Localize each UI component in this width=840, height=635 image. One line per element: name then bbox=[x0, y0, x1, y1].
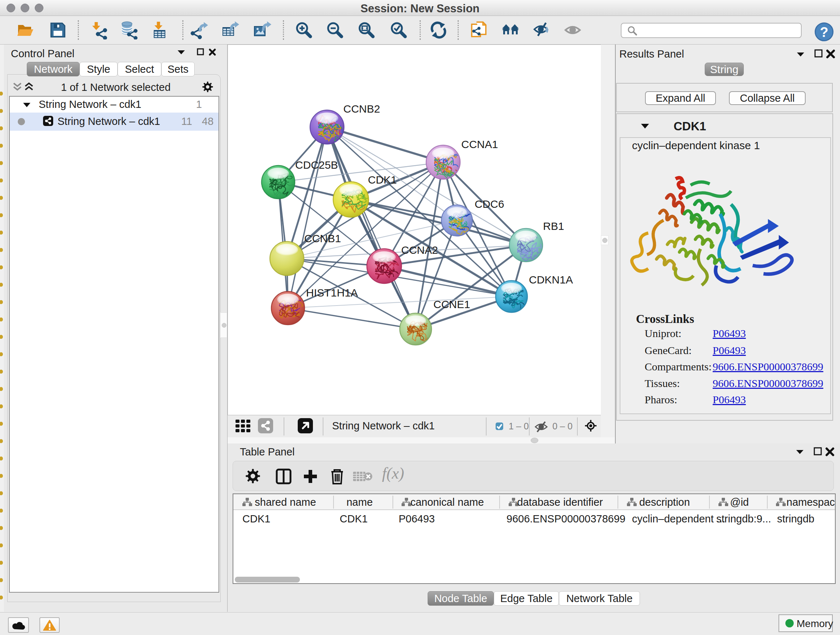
svg-text:RB1: RB1 bbox=[543, 220, 564, 232]
svg-text:CDK1: CDK1 bbox=[368, 174, 397, 186]
svg-text:CCNB1: CCNB1 bbox=[304, 233, 341, 244]
svg-text:HIST1H1A: HIST1H1A bbox=[306, 287, 358, 299]
svg-text:CCNA2: CCNA2 bbox=[401, 244, 438, 256]
svg-text:CDC6: CDC6 bbox=[475, 198, 504, 210]
svg-text:CDC25B: CDC25B bbox=[295, 159, 338, 171]
svg-text:CCNE1: CCNE1 bbox=[433, 298, 470, 310]
svg-text:CDKN1A: CDKN1A bbox=[529, 274, 573, 286]
svg-text:CCNA1: CCNA1 bbox=[461, 138, 498, 150]
svg-text:CCNB2: CCNB2 bbox=[343, 103, 380, 115]
